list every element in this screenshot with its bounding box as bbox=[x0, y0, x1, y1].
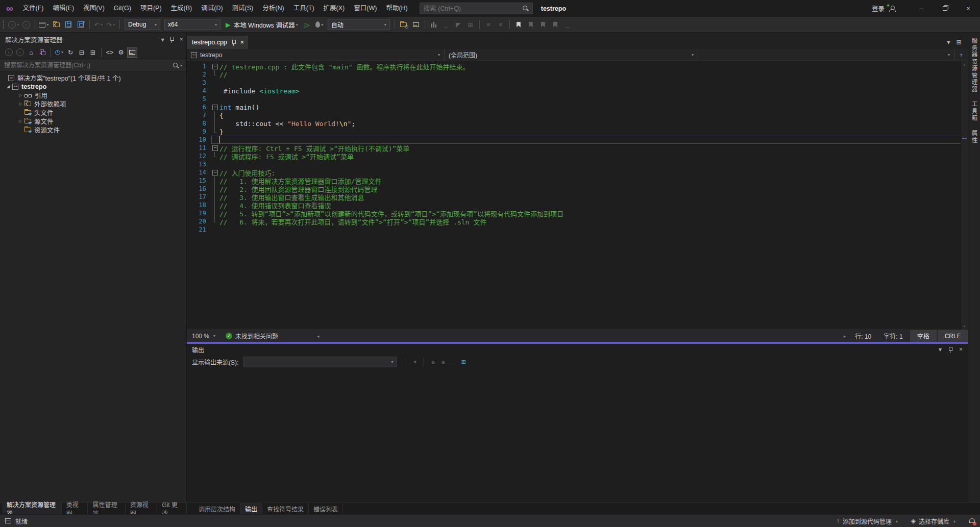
line-number[interactable]: 12 bbox=[187, 153, 211, 160]
increase-indent-button[interactable]: ≡ bbox=[495, 18, 506, 31]
line-number[interactable]: 20 bbox=[187, 218, 211, 225]
tool-window-tab[interactable]: 查找符号结果 bbox=[262, 503, 309, 514]
close-icon[interactable]: × bbox=[180, 36, 183, 43]
caret-line-indicator[interactable]: 行: 10 bbox=[849, 332, 877, 340]
expand-arrow-icon[interactable]: ◢ bbox=[5, 84, 11, 89]
previous-message-button[interactable]: ≡ bbox=[429, 358, 437, 366]
home-button[interactable]: ⌂ bbox=[26, 47, 36, 58]
tree-row-external-deps[interactable]: ▷ 外部依赖项 bbox=[0, 99, 186, 108]
member-scope-dropdown[interactable]: ▾ bbox=[698, 49, 954, 61]
hscroll-right-icon[interactable]: ▸ bbox=[841, 334, 849, 339]
menu-item[interactable]: 扩展(X) bbox=[319, 0, 350, 17]
tree-row-project[interactable]: ◢ ++ testrepo bbox=[0, 82, 186, 91]
quick-search-box[interactable] bbox=[420, 3, 533, 14]
tree-row-solution[interactable]: ∞ 解决方案"testrepo"(1 个项目/共 1 个) bbox=[0, 73, 186, 82]
undo-button[interactable]: ↶▾ bbox=[93, 18, 104, 31]
properties-button[interactable]: ⚙ bbox=[116, 47, 126, 58]
auto-hide-tab[interactable]: 属性 bbox=[970, 130, 978, 144]
fold-collapse-icon[interactable] bbox=[211, 168, 219, 177]
tree-row-references[interactable]: ▷ 引用 bbox=[0, 91, 186, 99]
split-editor-button[interactable]: + bbox=[954, 49, 968, 61]
active-files-chevron-icon[interactable]: ▾ bbox=[947, 38, 950, 46]
clear-bookmarks-button[interactable] bbox=[550, 18, 561, 31]
code-line[interactable]: 20// 6. 将来，若要再次打开此项目，请转到“文件”>“打开”>“项目”并选… bbox=[187, 217, 968, 225]
select-cursor-button[interactable]: ◤ bbox=[453, 18, 464, 31]
tree-row-source-files[interactable]: ▷ 源文件 bbox=[0, 117, 186, 126]
document-health-indicator[interactable]: ✓ 未找到相关问题 bbox=[220, 332, 283, 340]
toolbar-overflow-button[interactable]: _ bbox=[562, 18, 573, 31]
line-number[interactable]: 13 bbox=[187, 161, 211, 168]
code-editor[interactable]: 1// testrepo.cpp : 此文件包含 "main" 函数。程序执行将… bbox=[187, 61, 968, 330]
code-line[interactable]: 8 std::cout << "Hello World!\n"; bbox=[187, 119, 968, 128]
scroll-down-icon[interactable]: ▾ bbox=[961, 324, 968, 329]
navigate-back-button[interactable]: ‹▾ bbox=[8, 18, 19, 31]
configuration-dropdown[interactable]: Debug▾ bbox=[125, 19, 160, 30]
close-icon[interactable]: × bbox=[959, 346, 963, 353]
code-line[interactable]: 4 #include <iostream> bbox=[187, 87, 968, 95]
search-input[interactable] bbox=[424, 5, 522, 12]
find-in-files-button[interactable] bbox=[398, 18, 409, 31]
menu-item[interactable]: 生成(B) bbox=[166, 0, 197, 17]
line-number[interactable]: 9 bbox=[187, 128, 211, 135]
clear-all-button[interactable]: _ bbox=[449, 358, 457, 366]
collapse-arrow-icon[interactable]: ▷ bbox=[17, 93, 23, 97]
document-tab[interactable]: testrepo.cpp × bbox=[187, 36, 248, 49]
menu-item[interactable]: 视图(V) bbox=[79, 0, 109, 17]
output-panel-header[interactable]: 输出 ▾ × bbox=[187, 344, 968, 355]
hot-reload-button[interactable]: ▾ bbox=[314, 18, 325, 31]
restore-button[interactable] bbox=[933, 0, 957, 17]
collapse-arrow-icon[interactable]: ▷ bbox=[17, 119, 23, 123]
auto-hide-tab[interactable]: 服务器资源管理器 bbox=[970, 38, 978, 93]
code-metrics-button[interactable] bbox=[428, 18, 439, 31]
previous-bookmark-button[interactable] bbox=[525, 18, 536, 31]
indent-mode-indicator[interactable]: 空格 bbox=[910, 330, 937, 342]
close-button[interactable]: × bbox=[957, 0, 980, 17]
menu-item[interactable]: 编辑(E) bbox=[48, 0, 79, 17]
line-number[interactable]: 17 bbox=[187, 193, 211, 200]
menu-item[interactable]: Git(G) bbox=[109, 0, 136, 17]
line-number[interactable]: 18 bbox=[187, 202, 211, 209]
save-button[interactable] bbox=[63, 18, 74, 31]
menu-item[interactable]: 分析(N) bbox=[258, 0, 288, 17]
line-number[interactable]: 10 bbox=[187, 136, 211, 143]
add-to-source-control-button[interactable]: ↑ 添加到源代码管理 ▴ bbox=[837, 517, 898, 525]
save-all-button[interactable] bbox=[75, 18, 86, 31]
pin-icon[interactable] bbox=[169, 36, 175, 43]
code-line[interactable]: 6int main() bbox=[187, 103, 968, 111]
auto-hide-tab[interactable]: 工具箱 bbox=[970, 101, 978, 122]
tool-window-tab[interactable]: 解决方案资源管理器 bbox=[2, 503, 62, 514]
show-all-files-button[interactable]: ⊞ bbox=[88, 47, 98, 58]
fold-collapse-icon[interactable] bbox=[211, 144, 219, 152]
tool-window-tab[interactable]: 调用层次结构 bbox=[194, 503, 240, 514]
menu-item[interactable]: 调试(D) bbox=[197, 0, 227, 17]
navigate-forward-button[interactable]: › bbox=[20, 18, 32, 31]
tool-window-tab[interactable]: 类视图 bbox=[62, 503, 88, 514]
fold-collapse-icon[interactable] bbox=[211, 103, 219, 111]
hot-reload-mode-dropdown[interactable]: 自动▾ bbox=[328, 19, 390, 30]
start-debugging-button[interactable]: ▶ 本地 Windows 调试器 ▾ bbox=[226, 20, 298, 30]
project-scope-dropdown[interactable]: ++ testrepo ▾ bbox=[187, 49, 445, 61]
tool-window-tab[interactable]: 输出 bbox=[240, 503, 262, 514]
toolbar-grip[interactable] bbox=[3, 20, 5, 29]
refresh-button[interactable]: ↻ bbox=[65, 47, 76, 58]
notifications-bell-icon[interactable] bbox=[969, 518, 975, 524]
line-number[interactable]: 3 bbox=[187, 79, 211, 86]
menu-item[interactable]: 窗口(W) bbox=[349, 0, 381, 17]
pending-changes-filter-button[interactable]: ▾ bbox=[54, 47, 64, 58]
preview-selected-items-button[interactable] bbox=[127, 47, 137, 58]
output-source-dropdown[interactable]: ▾ bbox=[243, 357, 397, 367]
code-line[interactable]: 13 bbox=[187, 160, 968, 168]
next-bookmark-button[interactable] bbox=[537, 18, 549, 31]
paste-button[interactable]: ⊞ bbox=[465, 18, 476, 31]
select-repository-button[interactable]: ◈ 选择存储库 ▴ bbox=[911, 517, 955, 525]
line-number[interactable]: 16 bbox=[187, 185, 211, 192]
line-number[interactable]: 5 bbox=[187, 95, 211, 103]
open-file-button[interactable] bbox=[51, 18, 62, 31]
collapse-all-button[interactable]: ⊟ bbox=[77, 47, 87, 58]
zoom-dropdown[interactable]: 100 % ▾ bbox=[187, 333, 220, 340]
menu-item[interactable]: 测试(S) bbox=[228, 0, 258, 17]
tool-window-tab[interactable]: 资源视图 bbox=[126, 503, 158, 514]
decrease-indent-button[interactable]: ≡ bbox=[483, 18, 494, 31]
code-line[interactable]: 5 bbox=[187, 95, 968, 103]
background-tasks-icon[interactable] bbox=[5, 518, 11, 523]
